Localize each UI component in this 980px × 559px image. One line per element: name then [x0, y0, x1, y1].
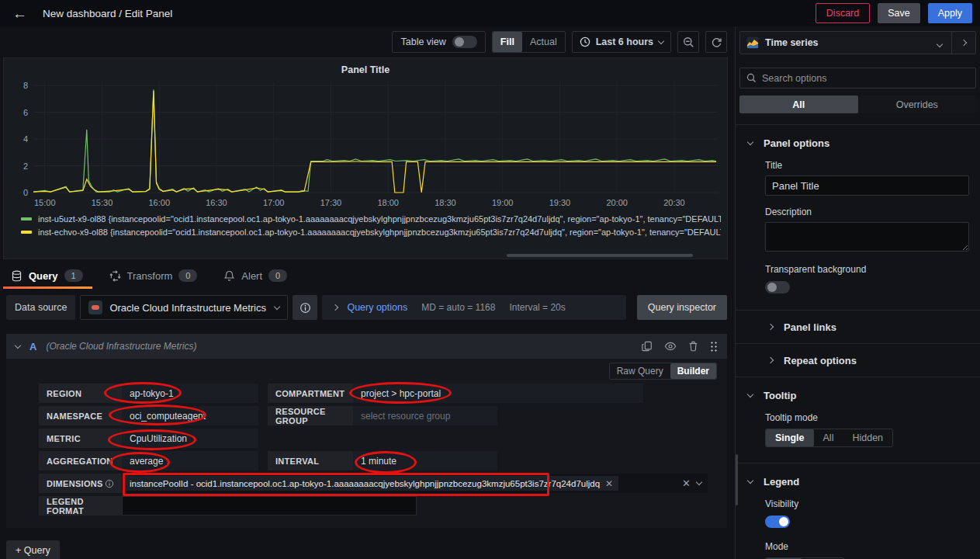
table-view-label: Table view [400, 36, 445, 47]
legend-item[interactable]: inst-u5uzt-x9-ol88 {instancepoolid="ocid… [21, 212, 721, 225]
interval-select[interactable]: 1 minute [353, 451, 497, 470]
datasource-select[interactable]: Oracle Cloud Infrastructure Metrics [80, 295, 288, 320]
add-query-button[interactable]: + Query [6, 540, 60, 559]
datasource-help-button[interactable] [293, 295, 317, 320]
hide-query-eye-icon[interactable] [664, 341, 677, 352]
legend-format-input[interactable] [122, 496, 417, 516]
legend-item[interactable]: inst-echvo-x9-ol88 {instancepoolid="ocid… [21, 225, 721, 238]
tab-overrides[interactable]: Overrides [858, 95, 977, 113]
dimensions-select[interactable]: instancePoolId - ocid1.instancepool.oc1.… [122, 474, 708, 493]
raw-query-option[interactable]: Raw Query [610, 363, 670, 379]
query-builder-body: Raw Query Builder REGION ap-tokyo-1 COMP… [6, 359, 727, 516]
tooltip-section-header[interactable]: Tooltip [736, 390, 980, 401]
actual-option[interactable]: Actual [522, 32, 565, 52]
options-filter-tabs: All Overrides [739, 95, 976, 113]
time-range-label: Last 6 hours [596, 36, 653, 47]
sidebar-scrollbar[interactable] [736, 454, 738, 505]
collapse-chevron-icon[interactable] [15, 342, 21, 348]
legend-swatch [21, 231, 32, 234]
fill-option[interactable]: Fill [493, 32, 522, 52]
namespace-label: NAMESPACE [39, 406, 122, 425]
query-row-header[interactable]: A (Oracle Cloud Infrastructure Metrics) [6, 334, 727, 359]
clock-icon [580, 36, 590, 47]
tooltip-heading: Tooltip [764, 390, 796, 401]
interval-value: 1 minute [361, 456, 397, 467]
table-view-toggle[interactable] [452, 36, 477, 48]
time-range-picker[interactable]: Last 6 hours [572, 31, 671, 53]
delete-query-trash-icon[interactable] [688, 341, 698, 352]
legend-visibility-toggle[interactable] [765, 516, 790, 528]
clear-dimensions-icon[interactable]: ✕ [682, 477, 691, 489]
expand-suggestions-button[interactable] [952, 32, 975, 54]
tab-all[interactable]: All [739, 95, 858, 113]
query-options-toggle[interactable]: Query options [347, 302, 407, 313]
panel-links-section[interactable]: Panel links [736, 311, 980, 343]
tooltip-mode-group: Single All Hidden [765, 429, 893, 447]
resource-group-placeholder: select resource group [361, 411, 450, 422]
svg-text:15:00: 15:00 [34, 198, 56, 207]
tab-query[interactable]: Query 1 [11, 262, 83, 289]
panel-title: Panel Title [10, 62, 721, 79]
datasource-row: Data source Oracle Cloud Infrastructure … [6, 295, 727, 320]
tab-alert[interactable]: Alert 0 [223, 262, 287, 289]
legend-horizontal-scrollbar[interactable] [507, 254, 693, 257]
discard-button[interactable]: Discard [816, 3, 870, 23]
tab-transform[interactable]: Transform 0 [109, 262, 198, 289]
max-data-points-text: MD = auto = 1168 [421, 302, 495, 313]
svg-text:18:00: 18:00 [377, 198, 399, 207]
tab-query-label: Query [29, 270, 58, 282]
query-datasource-hint: (Oracle Cloud Infrastructure Metrics) [46, 341, 632, 352]
svg-text:2: 2 [23, 161, 28, 171]
save-button[interactable]: Save [878, 3, 920, 23]
aggregation-select[interactable]: average [122, 451, 258, 470]
page-title: New dashboard / Edit Panel [43, 8, 172, 19]
metric-select[interactable]: CpuUtilization [122, 429, 258, 448]
apply-button[interactable]: Apply [928, 3, 972, 23]
options-search[interactable] [739, 68, 976, 89]
database-icon [11, 270, 23, 282]
svg-text:6: 6 [23, 108, 28, 117]
back-arrow-icon[interactable]: ← [8, 6, 32, 21]
chevron-down-icon [274, 303, 280, 309]
tooltip-mode-hidden[interactable]: Hidden [843, 429, 892, 446]
svg-text:8: 8 [23, 81, 28, 90]
region-select[interactable]: ap-tokyo-1 [122, 384, 258, 403]
transparent-background-toggle[interactable] [765, 281, 790, 293]
repeat-options-section[interactable]: Repeat options [736, 344, 980, 377]
svg-text:4: 4 [23, 134, 28, 144]
tab-query-count: 1 [64, 269, 83, 282]
edit-area: Table view Fill Actual Last 6 hours [0, 26, 735, 559]
svg-text:18:30: 18:30 [435, 198, 456, 207]
panel-toolbar: Table view Fill Actual Last 6 hours [0, 26, 735, 57]
description-label: Description [765, 207, 969, 217]
namespace-select[interactable]: oci_computeagent [122, 406, 258, 425]
tab-transform-count: 0 [178, 269, 197, 282]
visualization-picker[interactable]: Time series [739, 31, 976, 54]
tooltip-mode-all[interactable]: All [814, 429, 843, 446]
timeseries-chart[interactable]: 0246815:0015:3016:0016:3017:0017:3018:00… [10, 79, 720, 210]
builder-option[interactable]: Builder [670, 363, 716, 379]
query-inspector-button[interactable]: Query inspector [637, 295, 727, 320]
panel-title-input[interactable] [765, 175, 969, 196]
resource-group-select[interactable]: select resource group [353, 406, 497, 425]
drag-handle-icon[interactable] [710, 341, 718, 352]
refresh-button[interactable] [705, 31, 727, 53]
interval-text: Interval = 20s [509, 302, 565, 313]
panel-options-section-header[interactable]: Panel options [736, 137, 980, 149]
legend-visibility-label: Visibility [765, 498, 969, 509]
query-row-actions [642, 341, 718, 352]
chevron-down-icon [747, 477, 753, 484]
transform-icon [109, 270, 121, 282]
zoom-out-button[interactable] [677, 31, 699, 53]
tooltip-mode-single[interactable]: Single [766, 429, 814, 446]
compartment-select[interactable]: project > hpc-portal [353, 384, 643, 403]
remove-dimension-icon[interactable]: ✕ [605, 478, 613, 489]
duplicate-query-icon[interactable] [642, 341, 653, 352]
fill-actual-group: Fill Actual [492, 31, 566, 53]
description-textarea[interactable] [765, 222, 969, 252]
dimension-chip[interactable]: instancePoolId - ocid1.instancepool.oc1.… [124, 476, 618, 491]
legend-format-label: LEGEND FORMAT [39, 496, 122, 516]
legend-section-header[interactable]: Legend [736, 476, 980, 488]
search-options-input[interactable] [762, 73, 969, 84]
query-form: REGION ap-tokyo-1 COMPARTMENT project > … [39, 384, 717, 516]
